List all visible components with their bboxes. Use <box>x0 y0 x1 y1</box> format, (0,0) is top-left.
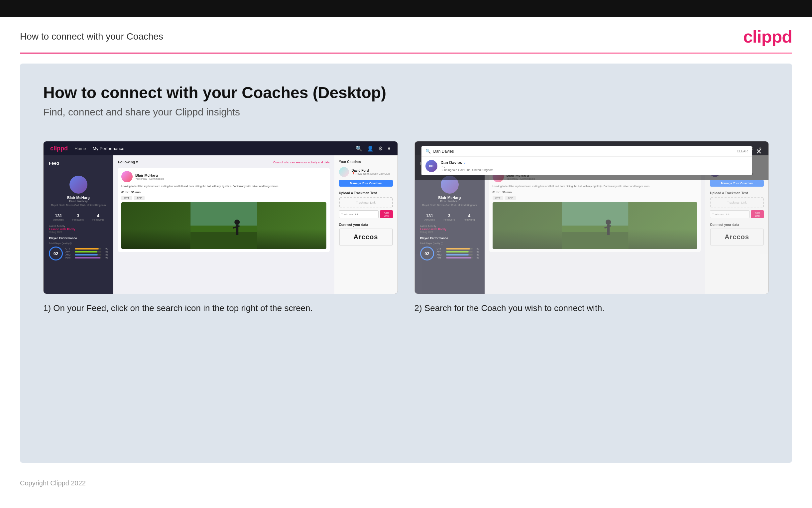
perf-bar-arg-val: 86 <box>103 254 108 256</box>
following-dropdown[interactable]: Following ▾ <box>118 160 138 164</box>
perf-bar-ott-val: 90 <box>103 248 108 250</box>
close-search-button[interactable]: ✕ <box>756 147 762 156</box>
nav-my-performance[interactable]: My Performance <box>93 146 124 151</box>
stats-row-2: 131 Activities 3 Followers 4 Following <box>420 213 479 221</box>
following-row: Following ▾ Control who can see your act… <box>118 160 330 164</box>
profile-icon[interactable]: 👤 <box>367 145 374 152</box>
trackman-input-2[interactable] <box>710 210 750 218</box>
screenshot-frame-2: clippd Home My Performance 🔍 👤 ⚙ ● Feed <box>415 141 769 294</box>
app-ui-1: clippd Home My Performance 🔍 👤 ⚙ ● <box>44 141 397 294</box>
perf-bar-arg-bg <box>75 254 101 255</box>
perf-bar-ott: OTT 90 <box>65 248 108 250</box>
clear-button[interactable]: CLEAR <box>737 150 748 153</box>
perf-bar-putt: PUTT 96 <box>65 256 108 259</box>
coaches-label: Your Coaches <box>339 160 393 164</box>
coach-item: David Ford 📍 Royal North Devon Golf Club <box>339 167 393 177</box>
perf-bar-arg-label: ARG <box>65 254 74 256</box>
result-avatar: DD <box>425 160 437 172</box>
upload-section: Upload a Trackman Test Trackman Link Add… <box>339 191 393 218</box>
perf-bar-putt-label: PUTT <box>65 256 74 259</box>
settings-icon[interactable]: ⚙ <box>378 145 383 152</box>
trackman-input[interactable] <box>339 210 379 218</box>
search-result[interactable]: DD Dan Davies ✓ Pro Sunningdale Golf Clu… <box>422 157 752 175</box>
coach-avatar <box>339 167 349 177</box>
add-link-button[interactable]: Add Link <box>380 210 393 218</box>
search-input-text[interactable]: Dan Davies <box>433 149 734 154</box>
perf-bar-app-2: APP 85 <box>437 251 479 253</box>
post-duration: 01 hr : 30 min <box>121 190 326 194</box>
search-icon[interactable]: 🔍 <box>355 145 362 152</box>
perf-bar-app-val: 85 <box>103 251 108 253</box>
total-player-quality-label-2: Total Player Quality ⓘ <box>420 242 479 245</box>
stat-activities-label: Activities <box>53 218 64 221</box>
perf-bar-app: APP 85 <box>65 251 108 253</box>
screenshots-row: clippd Home My Performance 🔍 👤 ⚙ ● <box>43 141 769 314</box>
perf-score-row: 92 OTT 90 APP <box>49 247 108 260</box>
connect-section: Connect your data Arccos <box>339 223 393 246</box>
copyright-text: Copyright Clippd 2022 <box>20 479 86 487</box>
svg-rect-2 <box>190 202 257 225</box>
search-bar: 🔍 Dan Davies CLEAR DD Dan Davies <box>422 146 752 175</box>
perf-bar-arg-2: ARG 86 <box>437 254 479 256</box>
perf-bar-arg: ARG 86 <box>65 254 108 256</box>
control-link[interactable]: Control who can see your activity and da… <box>273 161 330 164</box>
perf-bar-putt-fill <box>75 257 100 258</box>
upload-label: Upload a Trackman Test <box>339 191 393 195</box>
svg-rect-7 <box>562 232 628 249</box>
footer: Copyright Clippd 2022 <box>0 473 812 494</box>
tag-app: APP <box>134 196 145 200</box>
perf-bar-ott-label: OTT <box>65 248 74 250</box>
post-meta: Yesterday · Sunningdale <box>135 177 164 180</box>
app-feed: Following ▾ Control who can see your act… <box>113 155 334 294</box>
perf-bar-app-fill <box>75 251 97 253</box>
coach-club-name: Royal North Devon Golf Club <box>355 172 390 175</box>
svg-point-3 <box>234 220 240 225</box>
add-link-button-2[interactable]: Add Link <box>751 210 764 218</box>
app-body-1: Feed Blair McHarg Plus Handicap Royal No… <box>44 155 397 294</box>
latest-activity-2: Latest Activity Lesson with Fordy 03 Aug… <box>420 224 479 233</box>
user-avatar-icon[interactable]: ● <box>388 145 391 152</box>
golf-scene-svg <box>121 202 326 249</box>
screenshot-frame-1: clippd Home My Performance 🔍 👤 ⚙ ● <box>43 141 398 294</box>
stat-following-label: Following <box>92 218 104 221</box>
search-input-row: 🔍 Dan Davies CLEAR <box>422 146 752 157</box>
latest-activity-date: 03 Aug 2022 <box>49 231 108 233</box>
profile-handicap-2: Plus Handicap <box>420 200 479 203</box>
post-tags: OTT APP <box>121 196 326 200</box>
stat-activities-2: 131 Activities <box>424 213 435 221</box>
tag-ott: OTT <box>121 196 132 200</box>
latest-activity-name: Lesson with Fordy <box>49 227 108 231</box>
pin-icon: 📍 <box>352 172 355 175</box>
manage-coaches-button-2[interactable]: Manage Your Coaches <box>710 180 764 186</box>
perf-bar-app-bg <box>75 251 101 253</box>
result-initials: DD <box>429 164 433 168</box>
top-bar <box>0 0 812 17</box>
coach-info: David Ford 📍 Royal North Devon Golf Club <box>352 169 390 175</box>
manage-coaches-button[interactable]: Manage Your Coaches <box>339 180 393 186</box>
stat-followers-value: 3 <box>73 213 84 218</box>
perf-bar-ott-fill <box>75 248 99 250</box>
post-header: Blair McHarg Yesterday · Sunningdale <box>121 171 326 182</box>
main-title: How to connect with your Coaches (Deskto… <box>43 84 769 102</box>
stats-row: 131 Activities 3 Followers 4 Following <box>49 213 108 221</box>
verified-badge: ✓ <box>463 161 466 165</box>
avatar <box>69 176 87 194</box>
post-author: Blair McHarg <box>135 173 164 177</box>
nav-home[interactable]: Home <box>75 146 86 151</box>
search-overlay: 🔍 Dan Davies CLEAR DD Dan Davies <box>415 141 769 180</box>
connect-label: Connect your data <box>339 223 393 226</box>
search-icon-overlay: 🔍 <box>425 149 431 154</box>
result-name: Dan Davies ✓ <box>441 160 493 165</box>
nav-logo: clippd <box>50 145 68 152</box>
post-text: Looking to feel like my hands are exitin… <box>121 184 326 188</box>
profile-name: Blair McHarg <box>49 196 108 200</box>
perf-bars: OTT 90 APP 85 <box>65 248 108 259</box>
profile-handicap: Plus Handicap <box>49 200 108 203</box>
svg-point-9 <box>606 220 611 225</box>
perf-bar-ott-2: OTT 90 <box>437 248 479 250</box>
coach-club: 📍 Royal North Devon Golf Club <box>352 172 390 175</box>
total-player-quality-label: Total Player Quality ⓘ <box>49 242 108 245</box>
stat-activities: 131 Activities <box>53 213 64 221</box>
profile-name-2: Blair McHarg <box>420 196 479 200</box>
stat-following: 4 Following <box>92 213 104 221</box>
